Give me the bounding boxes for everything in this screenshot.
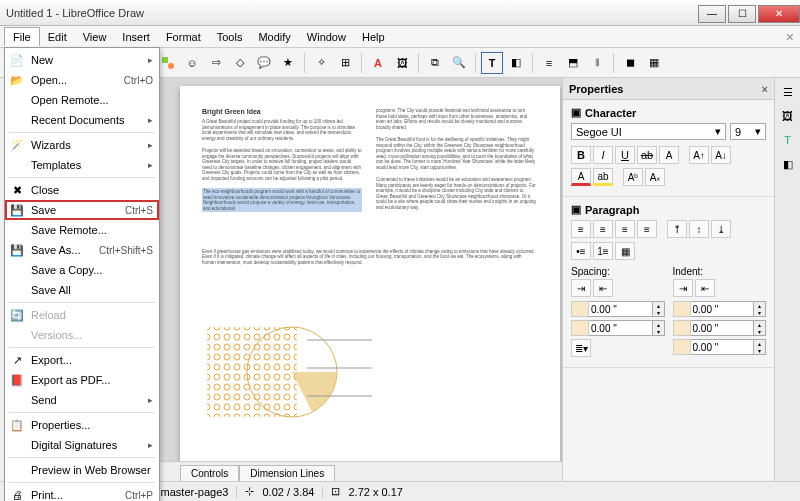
spacing-above-input[interactable] — [589, 301, 653, 317]
menu-templates[interactable]: Templates▸ — [5, 155, 159, 175]
menu-open[interactable]: 📂Open...Ctrl+O — [5, 70, 159, 90]
menu-export-pdf[interactable]: 📕Export as PDF... — [5, 370, 159, 390]
tool-star-icon[interactable]: ★ — [277, 52, 299, 74]
tool-3d-icon[interactable]: ◧ — [505, 52, 527, 74]
indent-before-input[interactable] — [691, 301, 755, 317]
tool-image-icon[interactable]: 🖼 — [391, 52, 413, 74]
menu-file[interactable]: File — [4, 27, 40, 46]
tool-crop-icon[interactable]: ⧉ — [424, 52, 446, 74]
strike-button[interactable]: ab — [637, 146, 657, 164]
align-right-button[interactable]: ≡ — [615, 220, 635, 238]
menu-print[interactable]: 🖨Print...Ctrl+P — [5, 485, 159, 501]
menu-versions[interactable]: Versions... — [5, 325, 159, 345]
tab-dimension-lines[interactable]: Dimension Lines — [239, 465, 335, 481]
menu-close[interactable]: ✖Close — [5, 180, 159, 200]
indent-after-input[interactable] — [691, 320, 755, 336]
menu-save[interactable]: 💾SaveCtrl+S — [5, 200, 159, 220]
increase-size-button[interactable]: A↑ — [689, 146, 709, 164]
align-center-button[interactable]: ≡ — [593, 220, 613, 238]
tool-callout-icon[interactable]: 💬 — [253, 52, 275, 74]
menu-save-all[interactable]: Save All — [5, 280, 159, 300]
inc-indent-button[interactable]: ⇥ — [673, 279, 693, 297]
menu-reload[interactable]: 🔄Reload — [5, 305, 159, 325]
navigator-tab-icon[interactable]: T — [778, 130, 798, 150]
menu-tools[interactable]: Tools — [209, 28, 251, 46]
valign-mid-button[interactable]: ↕ — [689, 220, 709, 238]
menu-insert[interactable]: Insert — [114, 28, 158, 46]
expand-icon[interactable]: ▣ — [571, 203, 581, 216]
menu-format[interactable]: Format — [158, 28, 209, 46]
align-justify-button[interactable]: ≡ — [637, 220, 657, 238]
menu-recent[interactable]: Recent Documents▸ — [5, 110, 159, 130]
tool-filter-icon[interactable]: ▦ — [643, 52, 665, 74]
tool-flowchart-icon[interactable]: ◇ — [229, 52, 251, 74]
properties-tab-icon[interactable]: ☰ — [778, 82, 798, 102]
menu-send[interactable]: Send▸ — [5, 390, 159, 410]
tool-text-icon[interactable]: T — [481, 52, 503, 74]
menu-properties[interactable]: 📋Properties... — [5, 415, 159, 435]
menu-new[interactable]: 📄New▸ — [5, 50, 159, 70]
tool-points-icon[interactable]: ✧ — [310, 52, 332, 74]
menu-edit[interactable]: Edit — [40, 28, 75, 46]
tool-shadow-icon[interactable]: ◼ — [619, 52, 641, 74]
inc-spacing-button[interactable]: ⇥ — [571, 279, 591, 297]
indent-first-input[interactable] — [691, 339, 755, 355]
tab-controls[interactable]: Controls — [180, 465, 239, 481]
menu-modify[interactable]: Modify — [250, 28, 298, 46]
indent-after-icon — [673, 320, 691, 336]
dec-spacing-button[interactable]: ⇤ — [593, 279, 613, 297]
numbering-button[interactable]: 1≡ — [593, 242, 613, 260]
menu-wizards[interactable]: 🪄Wizards▸ — [5, 135, 159, 155]
tool-shapes-icon[interactable] — [157, 52, 179, 74]
tool-arrange-icon[interactable]: ⬒ — [562, 52, 584, 74]
panel-close-icon[interactable]: × — [762, 83, 768, 95]
font-size-select[interactable]: 9▾ — [730, 123, 766, 140]
dec-indent-button[interactable]: ⇤ — [695, 279, 715, 297]
menu-save-as[interactable]: 💾Save As...Ctrl+Shift+S — [5, 240, 159, 260]
valign-top-button[interactable]: ⤒ — [667, 220, 687, 238]
line-spacing-button[interactable]: ≣▾ — [571, 339, 591, 357]
close-button[interactable]: ✕ — [758, 5, 800, 23]
tool-align-icon[interactable]: ≡ — [538, 52, 560, 74]
superscript-button[interactable]: Aᵇ — [623, 168, 643, 186]
gallery-tab-icon[interactable]: 🖼 — [778, 106, 798, 126]
window-title: Untitled 1 - LibreOffice Draw — [6, 7, 144, 19]
tool-zoom-icon[interactable]: 🔍 — [448, 52, 470, 74]
decrease-size-button[interactable]: A↓ — [711, 146, 731, 164]
bold-button[interactable]: B — [571, 146, 591, 164]
maximize-button[interactable]: ☐ — [728, 5, 756, 23]
spacing-below-input[interactable] — [589, 320, 653, 336]
italic-button[interactable]: I — [593, 146, 613, 164]
close-doc-icon[interactable]: × — [786, 29, 794, 45]
menu-open-remote[interactable]: Open Remote... — [5, 90, 159, 110]
valign-bot-button[interactable]: ⤓ — [711, 220, 731, 238]
tool-fontwork-icon[interactable]: A — [367, 52, 389, 74]
styles-tab-icon[interactable]: ◧ — [778, 154, 798, 174]
bullets-button[interactable]: •≡ — [571, 242, 591, 260]
tool-glue-icon[interactable]: ⊞ — [334, 52, 356, 74]
tool-arrows-icon[interactable]: ⇨ — [205, 52, 227, 74]
menu-view[interactable]: View — [75, 28, 115, 46]
menu-help[interactable]: Help — [354, 28, 393, 46]
menu-save-copy[interactable]: Save a Copy... — [5, 260, 159, 280]
shadow-button[interactable]: A — [659, 146, 679, 164]
wizard-icon: 🪄 — [9, 137, 25, 153]
minimize-button[interactable]: — — [698, 5, 726, 23]
canvas[interactable]: Bright Green Idea A Great Beautiful proj… — [160, 78, 562, 481]
menu-save-remote[interactable]: Save Remote... — [5, 220, 159, 240]
subscript-button[interactable]: Aₓ — [645, 168, 665, 186]
menu-dig-sig[interactable]: Digital Signatures▸ — [5, 435, 159, 455]
menu-export[interactable]: ↗Export... — [5, 350, 159, 370]
expand-icon[interactable]: ▣ — [571, 106, 581, 119]
doc-heading: Bright Green Idea — [202, 108, 362, 115]
bgcolor-button[interactable]: ▦ — [615, 242, 635, 260]
tool-symbols-icon[interactable]: ☺ — [181, 52, 203, 74]
highlight-button[interactable]: ab — [593, 168, 613, 186]
align-left-button[interactable]: ≡ — [571, 220, 591, 238]
menu-preview-browser[interactable]: Preview in Web Browser — [5, 460, 159, 480]
font-name-select[interactable]: Segoe UI▾ — [571, 123, 726, 140]
underline-button[interactable]: U — [615, 146, 635, 164]
menu-window[interactable]: Window — [299, 28, 354, 46]
tool-distribute-icon[interactable]: ⫴ — [586, 52, 608, 74]
font-color-button[interactable]: A — [571, 168, 591, 186]
